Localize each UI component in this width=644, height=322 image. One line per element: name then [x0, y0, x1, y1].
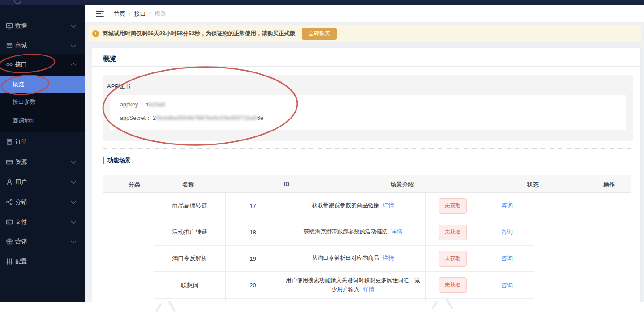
sidebar: 数据 商城 接口 概览 接口参数: [0, 5, 85, 302]
page-content: ! 商城试用时间仅剩06天23小时58分52秒，为保证您的正常使用，请购买正式版…: [85, 22, 644, 302]
sidebar-item-settings[interactable]: 配置: [0, 252, 85, 271]
link-icon: [6, 61, 13, 68]
table-header: 分类 名称 ID 场景介绍 状态 操作: [103, 175, 631, 193]
sidebar-item-label: 商城: [15, 42, 27, 50]
appsecret-label: appSecret：: [120, 115, 151, 121]
appsecret-value-prefix: 2: [153, 115, 156, 121]
sidebar-item-mall[interactable]: 商城: [0, 36, 85, 55]
section-title: 功能场景: [107, 157, 131, 165]
sidebar-item-label: 用户: [15, 178, 27, 186]
detail-link[interactable]: 详情: [363, 286, 374, 292]
cell-scenario: 用户使用搜索功能输入关键词时联想更多属性词汇，减少用户输入详情: [280, 272, 426, 299]
menu-fold-icon[interactable]: [96, 11, 104, 17]
sidebar-item-orders[interactable]: 订单: [0, 132, 85, 151]
appsecret-row: appSecret： 2f3cedba3004b7987be5c03e49371…: [120, 114, 263, 122]
breadcrumb-interface[interactable]: 接口: [134, 10, 146, 18]
cell-name: 活动推广转链: [154, 219, 226, 246]
trial-warning-text: 商城试用时间仅剩06天23小时58分52秒，为保证您的正常使用，请购买正式版: [103, 30, 296, 38]
app-certificate-values: appkey： nb23a8 appSecret： 2f3cedba3004b7…: [110, 95, 626, 130]
sidebar-subitem-label: 回调地址: [13, 117, 36, 125]
consult-link[interactable]: 咨询: [501, 228, 513, 236]
scenario-text: 从淘口令解析出对应的商品: [312, 255, 379, 261]
consult-link[interactable]: 咨询: [501, 281, 513, 289]
appkey-row: appkey： nb23a8: [120, 101, 165, 109]
chevron-down-icon: [71, 238, 76, 243]
sidebar-item-label: 配置: [15, 258, 27, 266]
sliders-icon: [6, 258, 13, 265]
sidebar-item-data[interactable]: 数据: [0, 17, 85, 35]
status-badge: 未获取: [439, 198, 467, 214]
table-row: 淘口令反解析 19 从淘口令解析出对应的商品详情 未获取 咨询: [154, 246, 534, 272]
cell-scenario: 获取带跟踪参数的商品链接详情: [280, 193, 426, 219]
breadcrumb-current: 概览: [155, 10, 166, 18]
order-icon: [6, 138, 13, 145]
consult-link[interactable]: 咨询: [501, 254, 513, 263]
table-row: 活动推广转链 18 获取淘京拼带跟踪参数的活动链接详情 未获取 咨询: [154, 219, 534, 246]
col-header-status: 状态: [527, 181, 539, 189]
cell-name: 淘口令反解析: [154, 246, 226, 272]
chevron-down-icon: [71, 179, 76, 184]
sidebar-item-label: 接口: [15, 60, 27, 68]
cell-status: 未获取: [426, 193, 480, 219]
breadcrumb-home[interactable]: 首页: [114, 10, 125, 18]
feature-scenarios-section: 功能场景: [103, 157, 131, 165]
buy-now-button[interactable]: 立即购买: [302, 28, 337, 40]
cell-name: 商品高佣转链: [154, 193, 226, 219]
chart-icon: [6, 22, 13, 30]
breadcrumb-bar: 首页 / 接口 / 概览: [85, 5, 644, 22]
detail-link[interactable]: 详情: [383, 255, 394, 261]
detail-link[interactable]: 详情: [383, 202, 394, 208]
status-badge: 未获取: [439, 251, 467, 267]
sidebar-subitem-callback-address[interactable]: 回调地址: [0, 113, 85, 129]
watermark-slash: [155, 303, 162, 312]
sidebar-item-resources[interactable]: 资源: [0, 153, 85, 171]
divider: [92, 66, 640, 67]
col-header-id: ID: [284, 181, 290, 187]
overview-card: 概览 APP证书 appkey： nb23a8 appSecret： 2f3ce…: [92, 48, 640, 302]
cell-status: 未获取: [426, 219, 480, 246]
sidebar-item-distribution[interactable]: 分销: [0, 193, 85, 212]
logo-icon: [14, 0, 21, 4]
cell-status: 未获取: [426, 272, 480, 299]
table-body: 商品高佣转链 17 获取带跟踪参数的商品链接详情 未获取 咨询 活动推广转链 1…: [154, 193, 534, 302]
detail-link[interactable]: 详情: [391, 229, 402, 235]
app-certificate-panel: APP证书 appkey： nb23a8 appSecret： 2f3cedba…: [103, 75, 633, 141]
chevron-down-icon: [71, 159, 76, 164]
sidebar-item-interface[interactable]: 接口: [0, 55, 85, 74]
warning-icon: !: [92, 30, 99, 37]
cell-id: 18: [226, 219, 280, 246]
sidebar-item-label: 订单: [15, 138, 27, 146]
sidebar-item-payment[interactable]: 支付: [0, 212, 85, 231]
card-icon: [6, 218, 13, 225]
user-icon: [6, 178, 13, 186]
sidebar-item-marketing[interactable]: 营销: [0, 232, 85, 251]
cell-status: 未获取: [426, 246, 480, 272]
cell-scenario: 获取淘京拼带跟踪参数的活动链接详情: [280, 219, 426, 246]
sidebar-subitem-label: 接口参数: [13, 98, 36, 106]
cell-action: 咨询: [480, 246, 534, 272]
share-icon: [6, 199, 13, 206]
cell-id: 19: [226, 246, 280, 272]
sidebar-item-label: 资源: [15, 158, 27, 166]
appsecret-value-suffix: 6e: [257, 115, 263, 121]
chevron-up-icon: [71, 63, 76, 68]
sidebar-item-users[interactable]: 用户: [0, 173, 85, 191]
status-badge: 未获取: [439, 225, 467, 240]
cell-action: 咨询: [480, 219, 534, 246]
sidebar-subitem-overview[interactable]: 概览: [0, 76, 85, 93]
cell-id: 17: [226, 193, 280, 219]
consult-link[interactable]: 咨询: [501, 202, 513, 210]
cell-action: 咨询: [480, 193, 534, 219]
cell-name: 联想词: [154, 272, 226, 299]
scenario-table: 分类 名称 ID 场景介绍 状态 操作 商品高佣转链 17 获取带跟踪参数的商品…: [103, 175, 631, 302]
sidebar-item-label: 支付: [15, 218, 27, 226]
app-certificate-heading: APP证书: [107, 82, 130, 90]
app-root: 数据 商城 接口 概览 接口参数: [0, 0, 644, 322]
sidebar-item-label: 营销: [15, 237, 27, 246]
resource-icon: [6, 158, 13, 165]
scenario-text: 用户使用搜索功能输入关键词时联想更多属性词汇，减少用户输入: [286, 277, 420, 292]
shop-icon: [6, 42, 13, 49]
breadcrumb: 首页 / 接口 / 概览: [114, 10, 166, 18]
col-header-category: 分类: [129, 181, 140, 189]
sidebar-subitem-interface-params[interactable]: 接口参数: [0, 94, 85, 110]
